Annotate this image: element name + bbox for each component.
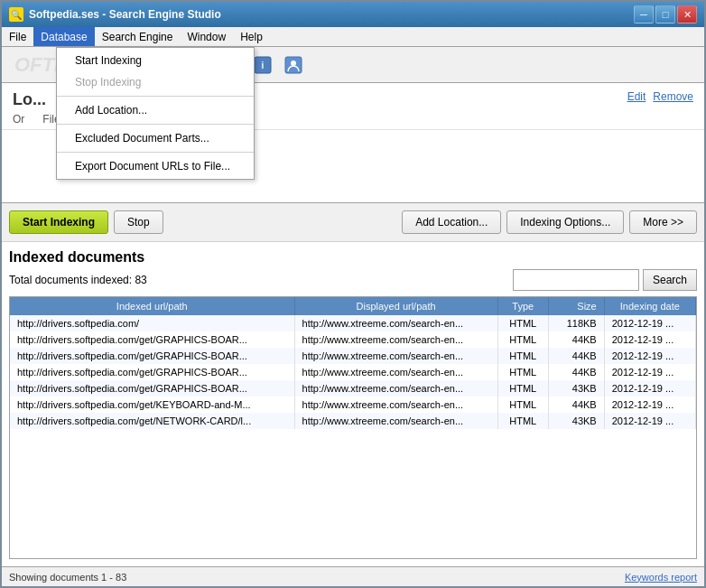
cell-size: 43KB bbox=[548, 380, 604, 397]
indexed-title: Indexed documents bbox=[9, 249, 697, 266]
header-date: Indexing date bbox=[604, 297, 695, 315]
start-indexing-button[interactable]: Start Indexing bbox=[9, 210, 108, 234]
svg-text:i: i bbox=[261, 61, 264, 70]
indexed-section: Indexed documents Total documents indexe… bbox=[2, 242, 704, 566]
cell-url: http://drivers.softpedia.com/ bbox=[10, 315, 294, 331]
cell-display: http://www.xtreeme.com/search-en... bbox=[294, 397, 497, 413]
cell-date: 2012-12-19 ... bbox=[604, 380, 695, 397]
status-text: Showing documents 1 - 83 bbox=[9, 572, 126, 583]
toolbar-icon-7 bbox=[283, 54, 304, 76]
cell-size: 44KB bbox=[548, 364, 604, 380]
title-bar: 🔍 Softpedia.ses - Search Engine Studio ─… bbox=[2, 2, 704, 27]
location-title: Lo... bbox=[13, 90, 60, 109]
cell-date: 2012-12-19 ... bbox=[604, 348, 695, 364]
table-row: http://drivers.softpedia.com/get/GRAPHIC… bbox=[10, 380, 696, 397]
menu-start-indexing[interactable]: Start Indexing bbox=[57, 50, 254, 71]
separator-1 bbox=[57, 96, 254, 97]
cell-date: 2012-12-19 ... bbox=[604, 364, 695, 380]
indexed-table: Indexed url/path Displayed url/path Type… bbox=[10, 297, 696, 429]
close-button[interactable]: ✕ bbox=[677, 5, 697, 23]
window-title: Softpedia.ses - Search Engine Studio bbox=[29, 8, 221, 21]
cell-type: HTML bbox=[497, 413, 548, 429]
menu-search-engine[interactable]: Search Engine bbox=[95, 27, 181, 46]
indexing-options-button[interactable]: Indexing Options... bbox=[506, 210, 624, 234]
menu-bar: File Database Search Engine Window Help … bbox=[2, 27, 704, 47]
search-area: Search bbox=[513, 269, 697, 291]
location-info: Or File bbox=[13, 113, 60, 126]
remove-link[interactable]: Remove bbox=[653, 90, 693, 103]
location-label-or: Or bbox=[13, 113, 24, 126]
header-type: Type bbox=[497, 297, 548, 315]
cell-type: HTML bbox=[497, 315, 548, 331]
cell-type: HTML bbox=[497, 364, 548, 380]
menu-export-urls[interactable]: Export Document URLs to File... bbox=[57, 155, 254, 177]
main-window: 🔍 Softpedia.ses - Search Engine Studio ─… bbox=[0, 0, 706, 588]
cell-url: http://drivers.softpedia.com/get/GRAPHIC… bbox=[10, 348, 294, 364]
keywords-report-link[interactable]: Keywords report bbox=[625, 572, 697, 583]
cell-size: 43KB bbox=[548, 413, 604, 429]
add-location-button[interactable]: Add Location... bbox=[402, 210, 501, 234]
cell-url: http://drivers.softpedia.com/get/KEYBOAR… bbox=[10, 397, 294, 413]
cell-date: 2012-12-19 ... bbox=[604, 397, 695, 413]
stats-text: Total documents indexed: 83 bbox=[9, 274, 147, 286]
toolbar-icon-6: i bbox=[252, 54, 274, 76]
menu-stop-indexing: Stop Indexing bbox=[57, 71, 254, 93]
table-container: Indexed url/path Displayed url/path Type… bbox=[9, 296, 697, 559]
stop-button[interactable]: Stop bbox=[114, 210, 163, 234]
menu-file[interactable]: File bbox=[2, 27, 33, 46]
cell-type: HTML bbox=[497, 380, 548, 397]
edit-link[interactable]: Edit bbox=[627, 90, 646, 103]
menu-excluded-parts[interactable]: Excluded Document Parts... bbox=[57, 127, 254, 149]
svg-point-10 bbox=[291, 61, 296, 66]
toolbar-btn-7[interactable] bbox=[279, 51, 308, 79]
search-button[interactable]: Search bbox=[643, 269, 697, 291]
bottom-toolbar: Start Indexing Stop Add Location... Inde… bbox=[2, 202, 704, 242]
cell-url: http://drivers.softpedia.com/get/GRAPHIC… bbox=[10, 364, 294, 380]
title-bar-left: 🔍 Softpedia.ses - Search Engine Studio bbox=[9, 7, 221, 22]
location-row-or: Or bbox=[13, 113, 24, 126]
separator-3 bbox=[57, 152, 254, 153]
maximize-button[interactable]: □ bbox=[655, 5, 675, 23]
table-row: http://drivers.softpedia.com/get/NETWORK… bbox=[10, 413, 696, 429]
menu-help[interactable]: Help bbox=[233, 27, 270, 46]
header-url: Indexed url/path bbox=[10, 297, 294, 315]
header-display: Displayed url/path bbox=[294, 297, 497, 315]
menu-window[interactable]: Window bbox=[180, 27, 233, 46]
cell-date: 2012-12-19 ... bbox=[604, 413, 695, 429]
status-bar: Showing documents 1 - 83 Keywords report bbox=[2, 566, 704, 586]
cell-url: http://drivers.softpedia.com/get/GRAPHIC… bbox=[10, 380, 294, 397]
minimize-button[interactable]: ─ bbox=[634, 5, 654, 23]
location-actions: Edit Remove bbox=[627, 90, 693, 103]
more-button[interactable]: More >> bbox=[629, 210, 697, 234]
menu-add-location[interactable]: Add Location... bbox=[57, 99, 254, 121]
cell-type: HTML bbox=[497, 397, 548, 413]
cell-size: 44KB bbox=[548, 348, 604, 364]
table-row: http://drivers.softpedia.com/get/KEYBOAR… bbox=[10, 397, 696, 413]
cell-type: HTML bbox=[497, 348, 548, 364]
cell-size: 118KB bbox=[548, 315, 604, 331]
indexed-stats: Total documents indexed: 83 Search bbox=[9, 269, 697, 291]
table-body: http://drivers.softpedia.com/ http://www… bbox=[10, 315, 696, 429]
cell-size: 44KB bbox=[548, 331, 604, 348]
table-row: http://drivers.softpedia.com/get/GRAPHIC… bbox=[10, 348, 696, 364]
cell-date: 2012-12-19 ... bbox=[604, 331, 695, 348]
cell-date: 2012-12-19 ... bbox=[604, 315, 695, 331]
table-row: http://drivers.softpedia.com/get/GRAPHIC… bbox=[10, 331, 696, 348]
cell-display: http://www.xtreeme.com/search-en... bbox=[294, 331, 497, 348]
cell-display: http://www.xtreeme.com/search-en... bbox=[294, 413, 497, 429]
cell-url: http://drivers.softpedia.com/get/NETWORK… bbox=[10, 413, 294, 429]
cell-url: http://drivers.softpedia.com/get/GRAPHIC… bbox=[10, 331, 294, 348]
cell-display: http://www.xtreeme.com/search-en... bbox=[294, 380, 497, 397]
separator-2 bbox=[57, 124, 254, 125]
table-header-row: Indexed url/path Displayed url/path Type… bbox=[10, 297, 696, 315]
title-controls: ─ □ ✕ bbox=[634, 5, 697, 23]
app-icon: 🔍 bbox=[9, 7, 23, 22]
database-dropdown: Start Indexing Stop Indexing Add Locatio… bbox=[56, 47, 255, 180]
table-row: http://drivers.softpedia.com/get/GRAPHIC… bbox=[10, 364, 696, 380]
table-row: http://drivers.softpedia.com/ http://www… bbox=[10, 315, 696, 331]
search-input[interactable] bbox=[513, 269, 639, 291]
cell-display: http://www.xtreeme.com/search-en... bbox=[294, 348, 497, 364]
cell-display: http://www.xtreeme.com/search-en... bbox=[294, 315, 497, 331]
cell-display: http://www.xtreeme.com/search-en... bbox=[294, 364, 497, 380]
menu-database[interactable]: Database bbox=[33, 27, 94, 46]
